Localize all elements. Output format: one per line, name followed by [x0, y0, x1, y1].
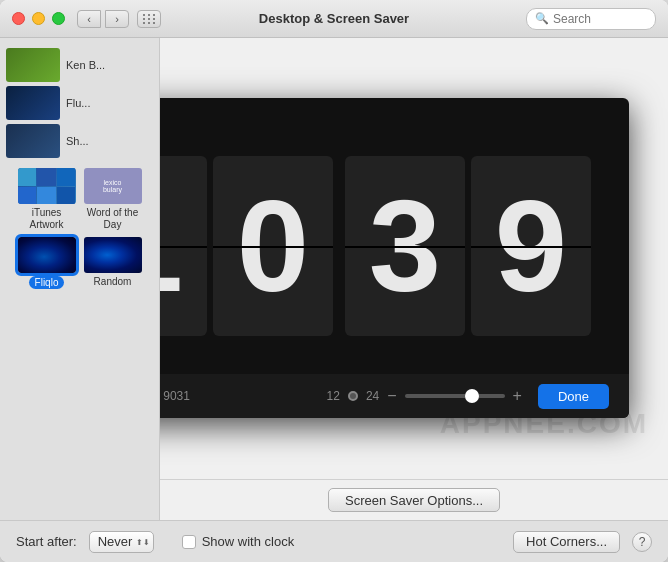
titlebar: ‹ › Desktop & Screen Saver 🔍 [0, 0, 668, 38]
itunes-thumbnail [18, 168, 76, 204]
itunes-artwork-label: iTunes Artwork [17, 207, 77, 231]
word-of-day-label: Word of the Day [83, 207, 143, 231]
right-panel: APPNEE.COM Screen Saver Options... AM 1 … [160, 38, 668, 520]
fliqlo-size-slider[interactable] [405, 394, 505, 398]
fliqlo-label: Fliqlo [29, 276, 65, 289]
window-title: Desktop & Screen Saver [259, 11, 409, 26]
fliqlo-digits: 1 0 3 9 [160, 156, 591, 336]
grid-icon [143, 14, 156, 24]
fliqlo-version-label: Fliqlo 1.6 © 2015 9031 [160, 389, 190, 403]
search-box[interactable]: 🔍 [526, 8, 656, 30]
list-item[interactable]: lexicobulary Word of the Day [83, 168, 143, 231]
nav-buttons: ‹ › [77, 10, 129, 28]
fliqlo-hour2: 0 [213, 156, 333, 336]
fliqlo-done-button[interactable]: Done [538, 384, 609, 409]
maximize-button[interactable] [52, 12, 65, 25]
fliqlo-plus-button[interactable]: + [513, 387, 522, 405]
show-clock-checkbox[interactable] [182, 535, 196, 549]
fliqlo-min2: 9 [471, 156, 591, 336]
close-button[interactable] [12, 12, 25, 25]
minimize-button[interactable] [32, 12, 45, 25]
grid-view-button[interactable] [137, 10, 161, 28]
start-after-select[interactable]: Never [89, 531, 154, 553]
list-item[interactable]: Random [83, 237, 143, 289]
forward-button[interactable]: › [105, 10, 129, 28]
random-label: Random [94, 276, 132, 288]
sidebar-item-label: Ken B... [66, 59, 105, 71]
fliqlo-thumbnail [18, 237, 76, 273]
fliqlo-overlay: AM 1 0 3 9 Fliql [160, 38, 668, 478]
fliqlo-hours: 1 0 [160, 156, 333, 336]
fliqlo-time-controls: 12 24 − + [327, 387, 522, 405]
main-window: ‹ › Desktop & Screen Saver 🔍 Ken B... [0, 0, 668, 562]
word-thumbnail: lexicobulary [84, 168, 142, 204]
fliqlo-window: AM 1 0 3 9 Fliql [160, 98, 629, 418]
back-button[interactable]: ‹ [77, 10, 101, 28]
show-clock-label: Show with clock [202, 534, 294, 549]
search-icon: 🔍 [535, 12, 549, 25]
sidebar-item-label: Flu... [66, 97, 90, 109]
sidebar: Ken B... Flu... Sh... iTune [0, 38, 160, 520]
hot-corners-button[interactable]: Hot Corners... [513, 531, 620, 553]
help-button[interactable]: ? [632, 532, 652, 552]
saver-thumbnail [6, 124, 60, 158]
fliqlo-12h-label: 12 [327, 389, 340, 403]
fliqlo-24h-label: 24 [366, 389, 379, 403]
start-after-select-wrapper: Never [89, 531, 154, 553]
list-item[interactable]: Flu... [0, 84, 159, 122]
list-item[interactable]: iTunes Artwork [17, 168, 77, 231]
fliqlo-12h-indicator [348, 391, 358, 401]
start-after-label: Start after: [16, 534, 77, 549]
fliqlo-minutes: 3 9 [345, 156, 591, 336]
show-clock-area: Show with clock [182, 534, 294, 549]
fliqlo-controls-bar: Fliqlo 1.6 © 2015 9031 12 24 − + Done [160, 374, 629, 418]
fliqlo-hour1: 1 [160, 156, 207, 336]
screen-saver-options-button[interactable]: Screen Saver Options... [328, 488, 500, 512]
list-item[interactable]: Fliqlo [17, 237, 77, 289]
fliqlo-minus-button[interactable]: − [387, 387, 396, 405]
saver-thumbnail [6, 86, 60, 120]
sidebar-item-label: Sh... [66, 135, 89, 147]
saver-thumbnail [6, 48, 60, 82]
search-input[interactable] [553, 12, 643, 26]
fliqlo-min1: 3 [345, 156, 465, 336]
random-thumbnail [84, 237, 142, 273]
traffic-lights [12, 12, 65, 25]
list-item[interactable]: Ken B... [0, 46, 159, 84]
bottom-bar: Start after: Never Show with clock Hot C… [0, 520, 668, 562]
fliqlo-display: AM 1 0 3 9 [160, 98, 629, 374]
list-item[interactable]: Sh... [0, 122, 159, 160]
main-content: Ken B... Flu... Sh... iTune [0, 38, 668, 520]
saver-options-area: Screen Saver Options... [160, 479, 668, 520]
